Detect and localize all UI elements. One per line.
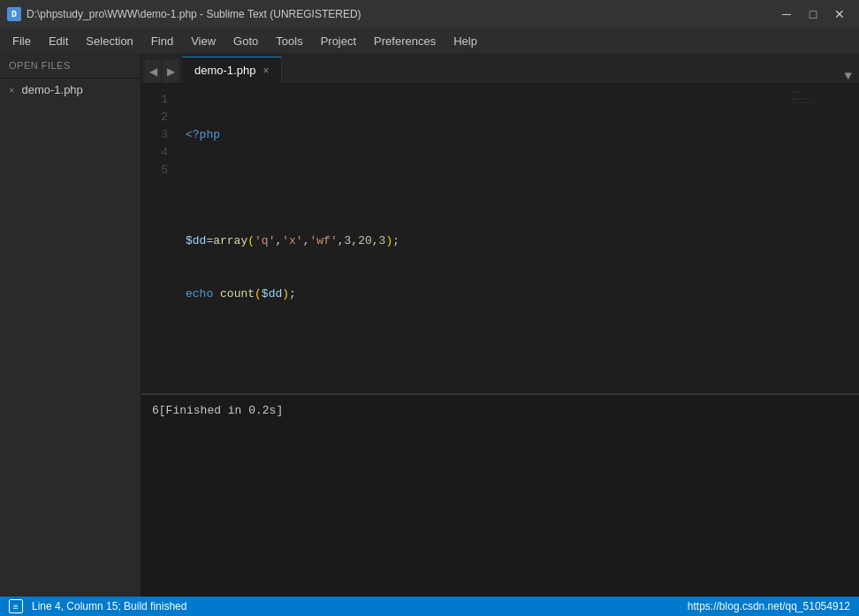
code-line-2: [186, 179, 788, 197]
minimap: <?php $dd=array(...); echo count($dd);: [788, 84, 859, 393]
status-left: ≡ Line 4, Column 15; Build finished: [9, 599, 186, 613]
tab-arrows: ◀ ▶: [141, 60, 182, 83]
main-area: OPEN FILES × demo-1.php ◀ ▶ demo-1.php ×…: [0, 53, 859, 597]
menu-view[interactable]: View: [182, 31, 224, 51]
sidebar: OPEN FILES × demo-1.php: [0, 53, 141, 597]
code-editor[interactable]: 1 2 3 4 5 <?php $dd=array('q','x','wf',3…: [141, 84, 859, 393]
code-line-5: [186, 338, 788, 356]
menu-edit[interactable]: Edit: [40, 31, 77, 51]
tab-next-button[interactable]: ▶: [163, 60, 179, 83]
minimap-content: <?php $dd=array(...); echo count($dd);: [788, 84, 859, 112]
menu-help[interactable]: Help: [445, 31, 486, 51]
status-url: https://blog.csdn.net/qq_51054912: [688, 600, 850, 612]
code-content[interactable]: <?php $dd=array('q','x','wf',3,20,3); ec…: [177, 84, 788, 393]
title-bar: D D:\phpstudy_pro\WWW\demo-1.php - Subli…: [0, 0, 859, 28]
tab-demo1php[interactable]: demo-1.php ×: [182, 57, 282, 83]
code-line-4: echo count($dd);: [186, 285, 788, 303]
sidebar-file-close-icon[interactable]: ×: [9, 85, 14, 95]
line-numbers: 1 2 3 4 5: [141, 84, 177, 393]
status-bar: ≡ Line 4, Column 15; Build finished http…: [0, 597, 859, 616]
menu-file[interactable]: File: [4, 31, 40, 51]
editor-area: ◀ ▶ demo-1.php × ▼ 1 2 3 4 5: [141, 53, 859, 597]
output-text: 6[Finished in 0.2s]: [152, 404, 283, 417]
output-content: 6[Finished in 0.2s]: [141, 395, 859, 427]
tab-close-icon[interactable]: ×: [262, 65, 269, 77]
menu-goto[interactable]: Goto: [224, 31, 267, 51]
tab-label: demo-1.php: [194, 64, 255, 77]
title-bar-left: D D:\phpstudy_pro\WWW\demo-1.php - Subli…: [7, 7, 361, 21]
status-icon: ≡: [9, 599, 23, 613]
tab-prev-button[interactable]: ◀: [145, 60, 161, 83]
tab-bar-end: ▼: [282, 69, 859, 83]
menu-project[interactable]: Project: [312, 31, 365, 51]
window-controls: ─ □ ✕: [774, 4, 852, 24]
sidebar-header: OPEN FILES: [0, 53, 141, 79]
code-line-3: $dd=array('q','x','wf',3,20,3);: [186, 232, 788, 250]
code-line-1: <?php: [186, 126, 788, 144]
status-text: Line 4, Column 15; Build finished: [32, 600, 186, 612]
minimize-button[interactable]: ─: [774, 4, 799, 24]
tab-bar: ◀ ▶ demo-1.php × ▼: [141, 53, 859, 84]
output-panel: 6[Finished in 0.2s]: [141, 393, 859, 597]
close-button[interactable]: ✕: [827, 4, 852, 24]
menu-tools[interactable]: Tools: [267, 31, 311, 51]
code-and-output: 1 2 3 4 5 <?php $dd=array('q','x','wf',3…: [141, 84, 859, 597]
window-title: D:\phpstudy_pro\WWW\demo-1.php - Sublime…: [27, 8, 361, 20]
status-right: https://blog.csdn.net/qq_51054912: [688, 600, 850, 612]
sidebar-file-name: demo-1.php: [21, 83, 82, 96]
app-icon: D: [7, 7, 21, 21]
tab-dropdown-icon[interactable]: ▼: [845, 69, 852, 83]
menu-preferences[interactable]: Preferences: [365, 31, 445, 51]
maximize-button[interactable]: □: [801, 4, 825, 24]
menu-bar: File Edit Selection Find View Goto Tools…: [0, 28, 859, 53]
menu-selection[interactable]: Selection: [77, 31, 141, 51]
sidebar-item-demo1php[interactable]: × demo-1.php: [0, 79, 141, 101]
menu-find[interactable]: Find: [142, 31, 182, 51]
